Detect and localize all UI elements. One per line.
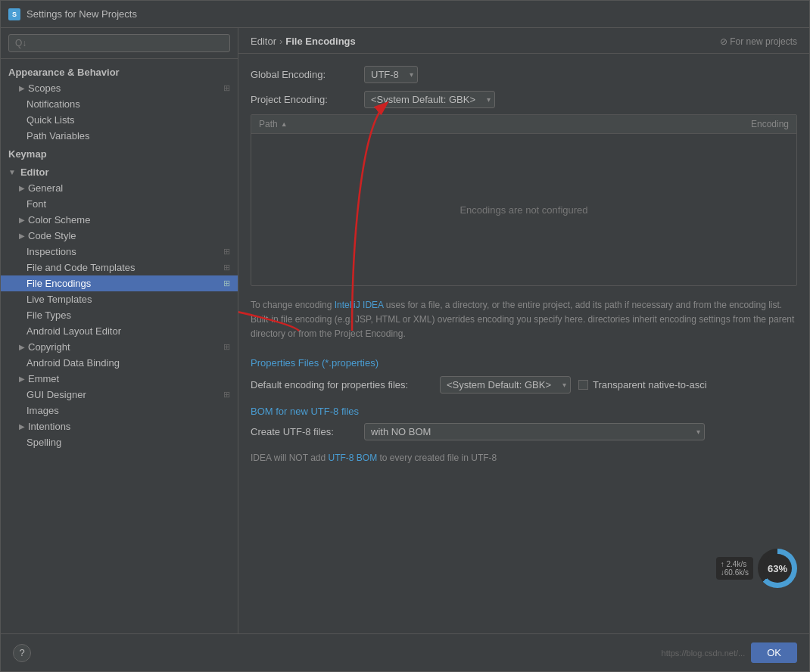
for-new-projects-badge: ⊘ For new projects (720, 36, 797, 47)
encodings-table: Path ▲ Encoding Encodings are not config… (251, 114, 797, 286)
sidebar-item-livetemplates[interactable]: Live Templates (1, 291, 238, 307)
intellij-link: IntelliJ IDEA (335, 300, 384, 310)
main-content: Appearance & Behavior ▶ Scopes ⊞ Notific… (1, 28, 809, 633)
bom-section-title: BOM for new UTF-8 files (251, 406, 797, 417)
app-icon: S (8, 8, 20, 20)
encoding-column-header: Encoding (645, 115, 796, 133)
sidebar-item-images[interactable]: Images (1, 403, 238, 418)
title-bar: S Settings for New Projects (1, 1, 809, 28)
sidebar-item-copyright[interactable]: ▶ Copyright ⊞ (1, 339, 238, 355)
arrow-right3-icon: ▶ (19, 232, 25, 240)
sidebar-item-filetypes[interactable]: File Types (1, 307, 238, 323)
bottom-right: https://blog.csdn.net/... OK (662, 642, 797, 663)
sidebar-item-notifications[interactable]: Notifications (1, 96, 238, 112)
project-encoding-row: Project Encoding: <System Default: GBK> (251, 91, 797, 108)
url-text: https://blog.csdn.net/... (662, 649, 746, 658)
create-utf8-label: Create UTF-8 files: (251, 426, 357, 437)
sidebar-item-androiddatabinding[interactable]: Android Data Binding (1, 355, 238, 371)
sidebar-section-editor[interactable]: ▼ Editor (1, 162, 238, 180)
path-column-header: Path ▲ (251, 115, 645, 133)
properties-dropdown-wrapper[interactable]: <System Default: GBK> (440, 376, 571, 394)
copy6-icon: ⊞ (223, 390, 230, 400)
sidebar-tree: Appearance & Behavior ▶ Scopes ⊞ Notific… (1, 59, 238, 633)
transparent-checkbox[interactable] (578, 380, 588, 390)
cpu-percent: 63% (763, 554, 792, 583)
search-box[interactable] (1, 28, 238, 59)
panel-body: Global Encoding: UTF-8 Project Encoding:… (238, 54, 809, 633)
table-empty-message: Encodings are not configured (251, 134, 796, 285)
sidebar-item-general[interactable]: ▶ General (1, 180, 238, 196)
bottom-bar: ? https://blog.csdn.net/... OK (1, 633, 809, 671)
properties-dropdown[interactable]: <System Default: GBK> (440, 376, 571, 394)
arrow-icon: ▶ (19, 84, 25, 92)
project-encoding-dropdown-wrapper[interactable]: <System Default: GBK> (364, 91, 495, 108)
transparent-checkbox-label: Transparent native-to-asci (578, 379, 707, 390)
global-encoding-row: Global Encoding: UTF-8 (251, 66, 797, 83)
sidebar-item-intentions[interactable]: ▶ Intentions (1, 418, 238, 434)
sidebar-item-font[interactable]: Font (1, 196, 238, 212)
svg-text:S: S (12, 11, 17, 18)
properties-label: Default encoding for properties files: (251, 379, 432, 390)
arrow-right-icon: ▶ (19, 184, 25, 192)
settings-window: S Settings for New Projects Appearance &… (0, 0, 810, 672)
perf-stats: ↑ 2.4k/s ↓60.6k/s (716, 557, 753, 580)
sidebar-section-appearance: Appearance & Behavior (1, 62, 238, 80)
sidebar-section-keymap[interactable]: Keymap (1, 144, 238, 162)
properties-row: Default encoding for properties files: <… (238, 373, 809, 400)
perf-widget: ↑ 2.4k/s ↓60.6k/s 63% (716, 549, 797, 588)
table-header: Path ▲ Encoding (251, 115, 796, 134)
sidebar-item-codestyle[interactable]: ▶ Code Style (1, 228, 238, 244)
utf8-bom-link: UTF-8 BOM (328, 453, 377, 463)
sidebar-item-androidlayouteditor[interactable]: Android Layout Editor (1, 323, 238, 339)
search-input[interactable] (8, 34, 230, 52)
sidebar-item-spelling[interactable]: Spelling (1, 434, 238, 450)
right-panel: Editor › File Encodings ⊘ For new projec… (238, 28, 809, 633)
arrow-right2-icon: ▶ (19, 216, 25, 224)
breadcrumb: Editor › File Encodings (251, 36, 356, 47)
copy5-icon: ⊞ (223, 342, 230, 352)
sidebar: Appearance & Behavior ▶ Scopes ⊞ Notific… (1, 28, 238, 633)
download-stat: ↓60.6k/s (721, 568, 749, 577)
info-text-content: To change encoding IntelliJ IDEA uses fo… (251, 300, 794, 339)
sidebar-item-pathvariables[interactable]: Path Variables (1, 128, 238, 144)
global-encoding-label: Global Encoding: (251, 69, 357, 80)
breadcrumb-sep: › (279, 36, 282, 47)
sort-asc-icon: ▲ (281, 120, 288, 128)
copy4-icon: ⊞ (223, 278, 230, 288)
bom-note: IDEA will NOT add UTF-8 BOM to every cre… (238, 446, 809, 469)
properties-section-title: Properties Files (*.properties) (238, 348, 809, 373)
copy3-icon: ⊞ (223, 263, 230, 272)
window-title: Settings for New Projects (26, 8, 137, 20)
bom-dropdown[interactable]: with NO BOM (364, 423, 705, 440)
breadcrumb-parent: Editor (251, 36, 276, 47)
sidebar-item-fileencodings[interactable]: File Encodings ⊞ (1, 275, 238, 291)
panel-header: Editor › File Encodings ⊘ For new projec… (238, 28, 809, 54)
bom-section: BOM for new UTF-8 files Create UTF-8 fil… (238, 400, 809, 446)
sidebar-item-fileandcode[interactable]: File and Code Templates ⊞ (1, 260, 238, 275)
global-encoding-dropdown[interactable]: UTF-8 (364, 66, 418, 83)
sidebar-item-scopes[interactable]: ▶ Scopes ⊞ (1, 80, 238, 96)
expand-icon: ▼ (8, 168, 16, 176)
sidebar-item-emmet[interactable]: ▶ Emmet (1, 371, 238, 387)
info-text: To change encoding IntelliJ IDEA uses fo… (238, 286, 809, 348)
sidebar-item-inspections[interactable]: Inspections ⊞ (1, 244, 238, 260)
sidebar-item-quicklists[interactable]: Quick Lists (1, 112, 238, 128)
arrow-right6-icon: ▶ (19, 422, 25, 431)
encoding-fields: Global Encoding: UTF-8 Project Encoding:… (238, 54, 809, 114)
breadcrumb-current: File Encodings (285, 36, 355, 47)
upload-stat: ↑ 2.4k/s (721, 560, 749, 568)
bom-dropdown-wrapper[interactable]: with NO BOM (364, 423, 705, 440)
global-encoding-dropdown-wrapper[interactable]: UTF-8 (364, 66, 418, 83)
copy2-icon: ⊞ (223, 247, 230, 257)
arrow-right4-icon: ▶ (19, 343, 25, 351)
arrow-right5-icon: ▶ (19, 375, 25, 383)
bom-row: Create UTF-8 files: with NO BOM (251, 423, 797, 440)
sidebar-item-guidesigner[interactable]: GUI Designer ⊞ (1, 387, 238, 403)
cpu-circle: 63% (758, 549, 797, 588)
sidebar-item-colorscheme[interactable]: ▶ Color Scheme (1, 212, 238, 228)
project-encoding-dropdown[interactable]: <System Default: GBK> (364, 91, 495, 108)
copy-icon: ⊞ (223, 83, 230, 93)
help-button[interactable]: ? (13, 644, 31, 662)
project-encoding-label: Project Encoding: (251, 94, 357, 105)
ok-button[interactable]: OK (751, 642, 797, 663)
